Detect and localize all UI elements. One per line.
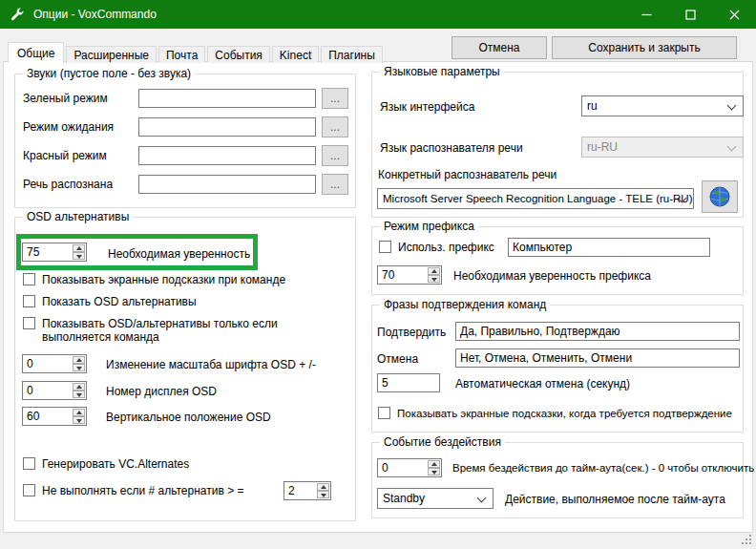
tab-kinect[interactable]: Kinect bbox=[272, 46, 319, 63]
spin-up-icon[interactable] bbox=[317, 483, 329, 491]
show-osd-only-executing-checkbox[interactable]: Показывать OSD/альтернативы только если … bbox=[23, 317, 338, 344]
tab-plugins[interactable]: Плагины bbox=[321, 46, 383, 63]
checkbox-box[interactable] bbox=[378, 407, 390, 419]
close-button[interactable] bbox=[712, 0, 756, 29]
idle-action-select[interactable]: Standby bbox=[377, 488, 494, 509]
osd-alternates-group: OSD альтернативы 75 Необходимая уверенно… bbox=[14, 217, 356, 521]
tab-label: События bbox=[215, 49, 262, 62]
confirm-phrases-input[interactable]: Да, Правильно, Подтверждаю bbox=[455, 322, 740, 341]
auto-cancel-input[interactable]: 5 bbox=[377, 373, 440, 392]
spin-up-icon[interactable] bbox=[73, 383, 85, 391]
tab-advanced[interactable]: Расширенные bbox=[66, 46, 157, 63]
tab-mail[interactable]: Почта bbox=[158, 46, 205, 63]
input-value: Нет, Отмена, Отменить, Отмени bbox=[460, 351, 632, 365]
osd-font-scale-label: Изменение масштаба шрифта OSD + /- bbox=[106, 358, 316, 371]
speech-recognized-browse-button[interactable]: ... bbox=[322, 174, 348, 195]
prefix-mode-group: Режим префикса Использ. префикс Компьюте… bbox=[371, 226, 744, 295]
standby-mode-browse-button[interactable]: ... bbox=[322, 116, 348, 137]
red-mode-sound-input[interactable] bbox=[138, 146, 316, 165]
checkbox-box[interactable] bbox=[379, 241, 391, 253]
osd-vertical-position-spinner[interactable]: 60 bbox=[22, 407, 87, 426]
prefix-word-input[interactable]: Компьютер bbox=[508, 238, 710, 257]
spin-up-icon[interactable] bbox=[73, 409, 85, 416]
confirm-label: Подтвердить bbox=[377, 326, 446, 339]
spin-down-icon[interactable] bbox=[73, 416, 85, 424]
resize-grip[interactable] bbox=[749, 542, 751, 544]
save-close-button[interactable]: Сохранить и закрыть bbox=[552, 36, 737, 59]
input-value: Компьютер bbox=[513, 241, 572, 254]
recognizer-language-label: Язык распознавателя речи bbox=[380, 141, 523, 155]
use-prefix-checkbox[interactable]: Использ. префикс bbox=[379, 241, 494, 254]
checkbox-label: Не выполнять если # альтернатив > = bbox=[42, 484, 244, 497]
specific-recognizer-label: Конкретный распознаватель речи bbox=[378, 168, 556, 181]
green-mode-browse-button[interactable]: ... bbox=[322, 88, 348, 109]
specific-recognizer-select[interactable]: Microsoft Server Speech Recognition Lang… bbox=[377, 188, 694, 209]
spin-up-icon[interactable] bbox=[73, 356, 85, 364]
cancel-label: Отмена bbox=[377, 352, 418, 366]
spin-down-icon[interactable] bbox=[428, 468, 440, 475]
spin-up-icon[interactable] bbox=[428, 460, 440, 468]
osd-group-title: OSD альтернативы bbox=[23, 210, 133, 223]
combo-value: Microsoft Server Speech Recognition Lang… bbox=[383, 193, 693, 204]
language-globe-button[interactable] bbox=[702, 180, 738, 213]
checkbox-box[interactable] bbox=[23, 317, 35, 329]
standby-mode-sound-input[interactable] bbox=[138, 117, 316, 137]
checkbox-box[interactable] bbox=[23, 273, 35, 285]
spin-up-icon[interactable] bbox=[428, 267, 440, 275]
chevron-down-icon bbox=[477, 494, 487, 503]
options-dialog: Опции - VoxCommando Отмена Сохранить и з… bbox=[0, 0, 756, 549]
prefix-group-title: Режим префикса bbox=[380, 220, 478, 233]
ui-language-select[interactable]: ru bbox=[581, 95, 744, 116]
osd-vertical-position-label: Вертикальное положение OSD bbox=[106, 411, 271, 424]
ui-language-label: Язык интерфейса bbox=[380, 100, 474, 114]
prefix-confidence-label: Необходимая уверенность префикса bbox=[453, 269, 651, 283]
osd-display-number-spinner[interactable]: 0 bbox=[22, 381, 87, 400]
cancel-phrases-input[interactable]: Нет, Отмена, Отменить, Отмени bbox=[455, 348, 740, 368]
auto-cancel-label: Автоматическая отмена (секунд) bbox=[455, 377, 630, 391]
show-osd-alternates-checkbox[interactable]: Показать OSD альтернативы bbox=[23, 295, 347, 308]
maximize-button[interactable] bbox=[668, 0, 712, 29]
dont-execute-checkbox[interactable]: Не выполнять если # альтернатив > = bbox=[23, 484, 281, 497]
checkbox-label: Использ. префикс bbox=[398, 241, 494, 254]
window-controls bbox=[624, 0, 756, 29]
spinner-value: 0 bbox=[27, 357, 33, 370]
tab-label: Почта bbox=[166, 49, 198, 62]
minimize-icon bbox=[641, 10, 652, 20]
tab-label: Плагины bbox=[328, 49, 375, 62]
checkbox-box[interactable] bbox=[23, 295, 35, 307]
checkbox-box[interactable] bbox=[23, 484, 35, 496]
osd-font-scale-spinner[interactable]: 0 bbox=[22, 354, 87, 373]
speech-recognized-label: Речь распознана bbox=[23, 178, 113, 191]
spinner-value: 60 bbox=[27, 410, 39, 423]
tab-events[interactable]: События bbox=[207, 46, 270, 63]
alternates-threshold-spinner[interactable]: 2 bbox=[284, 481, 331, 500]
spin-down-icon[interactable] bbox=[73, 364, 85, 371]
green-mode-sound-input[interactable] bbox=[138, 89, 316, 108]
red-mode-browse-button[interactable]: ... bbox=[322, 145, 348, 166]
cancel-button-label: Отмена bbox=[478, 41, 519, 54]
idle-timeout-spinner[interactable]: 0 bbox=[377, 458, 442, 477]
idle-group-title: Событие бездействия bbox=[380, 435, 505, 449]
minimize-button[interactable] bbox=[624, 0, 668, 29]
window-title: Опции - VoxCommando bbox=[33, 8, 157, 21]
wrench-icon bbox=[10, 7, 25, 22]
show-hints-checkbox[interactable]: Показывать экранные подсказки при команд… bbox=[23, 273, 347, 286]
spin-down-icon[interactable] bbox=[73, 391, 85, 398]
globe-icon bbox=[708, 185, 731, 208]
prefix-confidence-spinner[interactable]: 70 bbox=[377, 265, 442, 285]
generate-alternates-checkbox[interactable]: Генерировать VC.Alternates bbox=[23, 457, 347, 471]
cancel-button[interactable]: Отмена bbox=[452, 36, 547, 59]
tab-page-general: Звуки (пустое поле - без звука) Зеленый … bbox=[3, 61, 753, 533]
tab-strip: Общие Расширенные Почта События Kinect П… bbox=[8, 42, 385, 63]
close-icon bbox=[729, 10, 740, 20]
spin-down-icon[interactable] bbox=[317, 491, 329, 498]
idle-event-group: Событие бездействия 0 Время бездействия … bbox=[371, 442, 744, 518]
spin-down-icon[interactable] bbox=[428, 275, 440, 283]
speech-recognized-sound-input[interactable] bbox=[138, 175, 316, 194]
tab-general[interactable]: Общие bbox=[8, 42, 64, 63]
chevron-down-icon bbox=[727, 142, 737, 152]
checkbox-box[interactable] bbox=[23, 457, 35, 470]
title-bar: Опции - VoxCommando bbox=[0, 0, 756, 29]
language-group-title: Языковые параметры bbox=[380, 65, 504, 78]
show-hints-confirmation-checkbox[interactable]: Показывать экранные подсказки, когда тре… bbox=[378, 407, 741, 420]
